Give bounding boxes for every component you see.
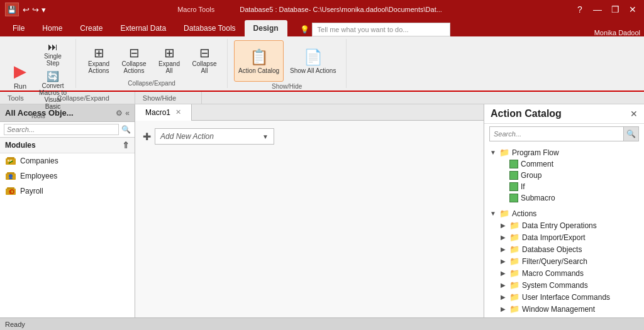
run-button[interactable]: ▶ Run — [6, 55, 34, 97]
filter-icon: 📁 — [509, 256, 519, 266]
tree-item-data-import[interactable]: ▶ 📁 Data Import/Export — [494, 231, 644, 243]
show-all-label: Show All Actions — [290, 67, 336, 74]
left-search-icon[interactable]: 🔍 — [121, 125, 131, 134]
expand-actions-button[interactable]: ⊞ Expand Actions — [82, 44, 115, 75]
macro1-tab[interactable]: Macro1 ✕ — [135, 104, 192, 121]
tree-item-database-objects[interactable]: ▶ 📁 Database Objects — [494, 243, 644, 255]
macro-tab-close[interactable]: ✕ — [175, 108, 181, 116]
window-mgmt-expand: ▶ — [499, 305, 507, 312]
work-area: All Access Obje... ⚙ « 🔍 Modules ⇑ — [0, 104, 644, 317]
nav-item-payroll[interactable]: $ Payroll — [0, 184, 135, 199]
window-mgmt-icon: 📁 — [509, 304, 519, 314]
title-bar-left: 💾 ↩ ↪ ▾ — [5, 3, 46, 16]
svg-rect-2 — [8, 160, 9, 162]
ribbon-tabs: File Home Create External Data Database … — [0, 19, 644, 36]
db-objects-icon: 📁 — [509, 245, 519, 254]
svg-rect-1 — [7, 157, 14, 159]
panel-collapse-icon[interactable]: « — [125, 109, 130, 118]
single-step-button[interactable]: ⏭ Single Step — [36, 40, 69, 68]
data-entry-icon: 📁 — [509, 221, 519, 230]
action-catalog-header: Action Catalog ✕ — [484, 104, 644, 124]
companies-icon — [5, 156, 16, 166]
qa-more-btn[interactable]: ▾ — [42, 5, 46, 14]
collapse-actions-icon: ⊟ — [129, 45, 140, 60]
nav-item-companies[interactable]: Companies — [0, 153, 135, 168]
action-catalog-button[interactable]: 📋 Action Catalog — [234, 40, 284, 82]
maximize-btn[interactable]: ❒ — [609, 4, 621, 14]
tree-program-flow[interactable]: ▼ 📁 Program Flow — [484, 146, 644, 158]
tab-database-tools[interactable]: Database Tools — [175, 20, 245, 36]
tree-actions[interactable]: ▼ 📁 Actions — [484, 207, 644, 219]
tree-item-ui-commands[interactable]: ▶ 📁 User Interface Commands — [494, 291, 644, 303]
tree-item-system-commands[interactable]: ▶ 📁 System Commands — [494, 279, 644, 291]
tree-item-window-mgmt[interactable]: ▶ 📁 Window Management — [494, 303, 644, 315]
tools-group-label: Tools — [30, 113, 45, 119]
ui-cmd-label: User Interface Commands — [522, 293, 610, 302]
program-flow-folder-icon: 📁 — [499, 148, 509, 157]
expand-all-icon: ⊞ — [164, 45, 175, 60]
data-import-expand: ▶ — [499, 234, 507, 241]
ribbon-group-tools: ▶ Run ⏭ Single Step 🔄 Convert Macros to … — [0, 39, 76, 88]
tree-item-filter-query[interactable]: ▶ 📁 Filter/Query/Search — [494, 255, 644, 267]
ribbon-search-area: 💡 Tell me what you want to do... — [300, 23, 588, 36]
macro-tab-bar: Macro1 ✕ — [135, 104, 484, 121]
program-flow-expand: ▼ — [489, 149, 497, 156]
undo-btn[interactable]: ↩ — [23, 5, 30, 14]
expand-all-button[interactable]: ⊞ Expand All — [153, 44, 186, 75]
action-catalog-label: Action Catalog — [238, 67, 279, 74]
macro-tools-label: Macro Tools — [177, 6, 214, 13]
modules-expand-icon[interactable]: ⇑ — [122, 140, 130, 150]
action-catalog-close-btn[interactable]: ✕ — [630, 109, 638, 119]
collapse-all-button[interactable]: ⊟ Collapse All — [188, 44, 221, 75]
tree-item-comment[interactable]: Comment — [494, 158, 644, 170]
macro-content: ✚ Add New Action ▼ — [135, 121, 484, 317]
status-text: Ready — [5, 321, 25, 328]
employees-icon — [5, 171, 16, 181]
tree-item-submacro[interactable]: Submacro — [494, 192, 644, 204]
collapse-all-icon: ⊟ — [199, 45, 210, 60]
tab-home[interactable]: Home — [33, 20, 71, 36]
action-catalog-icon: 📋 — [250, 48, 269, 66]
action-catalog-search-input[interactable] — [490, 129, 623, 139]
tools-small-group: ⏭ Single Step 🔄 Convert Macros to Visual… — [36, 40, 69, 111]
expand-all-label: Expand All — [155, 60, 183, 74]
panel-menu-icon[interactable]: ⚙ — [116, 109, 123, 118]
left-search-bar: 🔍 — [0, 122, 135, 138]
tree-item-if[interactable]: If — [494, 181, 644, 192]
if-label: If — [521, 182, 525, 191]
run-label: Run — [14, 82, 26, 90]
save-icon[interactable]: 💾 — [5, 3, 19, 16]
actions-expand: ▼ — [489, 210, 497, 217]
run-icon: ▶ — [14, 62, 26, 81]
add-action-dropdown[interactable]: Add New Action ▼ — [155, 128, 274, 145]
tab-external-data[interactable]: External Data — [111, 20, 175, 36]
action-catalog-title: Action Catalog — [491, 108, 562, 119]
convert-macros-button[interactable]: 🔄 Convert Macros to Visual Basic — [36, 69, 69, 111]
group-icon — [509, 171, 518, 180]
filter-expand: ▶ — [499, 258, 507, 265]
tab-create[interactable]: Create — [71, 20, 111, 36]
minimize-btn[interactable]: — — [591, 4, 604, 14]
tree-item-data-entry[interactable]: ▶ 📁 Data Entry Operations — [494, 219, 644, 231]
svg-rect-9 — [9, 178, 13, 179]
tree-item-macro-commands[interactable]: ▶ 📁 Macro Commands — [494, 267, 644, 279]
close-window-btn[interactable]: ✕ — [626, 4, 639, 14]
nav-item-employees[interactable]: Employees — [0, 168, 135, 184]
title-bar: 💾 ↩ ↪ ▾ Macro Tools Database5 : Database… — [0, 0, 644, 19]
add-action-plus-icon[interactable]: ✚ — [143, 131, 151, 143]
left-search-input[interactable] — [4, 124, 119, 135]
tree-item-group[interactable]: Group — [494, 170, 644, 181]
tab-file[interactable]: File — [4, 20, 33, 36]
ribbon-search-input[interactable]: Tell me what you want to do... — [312, 23, 450, 36]
system-cmd-label: System Commands — [522, 281, 588, 290]
macro-tab-label: Macro1 — [145, 108, 170, 117]
tab-design[interactable]: Design — [245, 20, 287, 36]
redo-btn[interactable]: ↪ — [32, 5, 39, 14]
collapse-actions-button[interactable]: ⊟ Collapse Actions — [118, 44, 150, 75]
label-showhide: Show/Hide — [135, 92, 202, 104]
action-catalog-search-btn[interactable]: 🔍 — [623, 127, 638, 141]
show-all-actions-button[interactable]: 📄 Show All Actions — [286, 40, 340, 82]
program-flow-label: Program Flow — [512, 148, 559, 157]
action-catalog-search: 🔍 — [489, 126, 639, 141]
help-btn[interactable]: ? — [574, 4, 586, 14]
